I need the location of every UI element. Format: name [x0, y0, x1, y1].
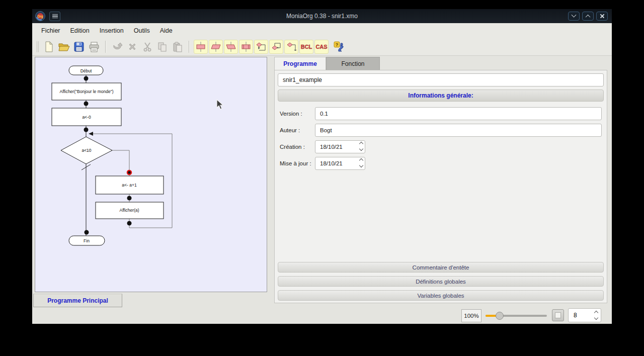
insert-input-button[interactable]: [209, 40, 223, 54]
save-file-button[interactable]: [72, 40, 86, 54]
node-condition[interactable]: a<10: [61, 137, 112, 164]
node-increment[interactable]: a<- a+1: [96, 176, 164, 194]
app-logo-icon: Org: [35, 11, 46, 22]
loop-return-arrowhead: [89, 132, 93, 136]
insert-condition-button[interactable]: [284, 40, 298, 54]
connector-dot[interactable]: [84, 76, 89, 81]
printer-icon: [89, 42, 100, 52]
node-init[interactable]: a<-0: [52, 108, 121, 126]
open-file-button[interactable]: [57, 40, 71, 54]
undo-icon: [112, 42, 123, 51]
definitions-globales-button[interactable]: Définitions globales: [278, 276, 604, 287]
insert-while-loop-button[interactable]: [254, 40, 268, 54]
connector-dot[interactable]: [84, 128, 89, 132]
svg-text:Org: Org: [37, 15, 43, 19]
process-block-icon: [195, 41, 206, 52]
mise-a-jour-label: Mise à jour :: [280, 160, 315, 166]
cas-switch-icon: CAS: [315, 42, 328, 52]
program-name-input[interactable]: [278, 73, 604, 86]
zoom-slider[interactable]: [486, 311, 547, 321]
menu-outils[interactable]: Outils: [129, 25, 155, 37]
connector-dot[interactable]: [127, 196, 132, 201]
grid-toggle-button[interactable]: [552, 309, 564, 321]
node-print-hello[interactable]: Afficher("Bonjour le monde"): [52, 83, 121, 100]
save-floppy-icon: [74, 42, 84, 52]
menubar: Fichier Edition Insertion Outils Aide: [32, 23, 612, 38]
creation-date-input[interactable]: [315, 140, 365, 153]
version-input[interactable]: [315, 107, 602, 120]
menu-edition[interactable]: Edition: [65, 25, 95, 37]
insert-cas-button[interactable]: CAS: [314, 40, 329, 54]
subroutine-block-icon: [240, 41, 252, 52]
insert-output-button[interactable]: [224, 40, 238, 54]
copy-button[interactable]: [155, 40, 170, 54]
commentaire-entete-button[interactable]: Commentaire d'entête: [278, 262, 604, 273]
menu-fichier[interactable]: Fichier: [36, 25, 65, 37]
print-button[interactable]: [87, 40, 101, 54]
paste-icon: [173, 42, 183, 52]
svg-text:Fin: Fin: [84, 238, 90, 243]
minimize-button[interactable]: [568, 12, 580, 21]
insert-bcl-button[interactable]: BCL: [299, 40, 313, 54]
creation-row: Création :: [280, 140, 604, 153]
window-title: MoniaOrg 0.38 - snir1.xmo: [32, 13, 612, 20]
while-loop-icon: [256, 41, 267, 52]
io-parallelogram-right-icon: [225, 41, 236, 52]
open-folder-icon: [58, 42, 70, 52]
svg-text:Afficher(a): Afficher(a): [119, 208, 139, 213]
connector-dot[interactable]: [127, 221, 132, 226]
node-print-a[interactable]: Afficher(a): [96, 202, 164, 219]
hamburger-menu-button[interactable]: [49, 12, 60, 21]
variables-globales-button[interactable]: Variables globales: [278, 290, 604, 301]
auteur-label: Auteur :: [280, 127, 315, 133]
menu-insertion[interactable]: Insertion: [95, 25, 129, 37]
svg-text:Début: Début: [80, 68, 92, 73]
panel-tabs: Programme Fonction: [274, 57, 380, 70]
svg-text:BCL: BCL: [301, 44, 312, 50]
spin-up-icon[interactable]: [359, 141, 363, 145]
selected-connector-dot[interactable]: [127, 170, 131, 174]
insert-subroutine-button[interactable]: [239, 40, 253, 54]
maj-row: Mise à jour :: [280, 156, 604, 170]
insert-dowhile-loop-button[interactable]: [269, 40, 283, 54]
delete-button[interactable]: [125, 40, 139, 54]
menu-aide[interactable]: Aide: [155, 25, 178, 37]
whats-this-help-button[interactable]: ?: [332, 40, 346, 54]
toolbar: BCL CAS ?: [32, 38, 612, 56]
tab-programme-principal[interactable]: Programme Principal: [33, 294, 122, 307]
svg-text:a<10: a<10: [82, 148, 91, 153]
close-button[interactable]: [596, 12, 608, 21]
connector-dot[interactable]: [84, 102, 89, 106]
spin-down-icon[interactable]: [359, 163, 363, 167]
flowchart-canvas[interactable]: Début Afficher("Bonjour le monde") a<-0 …: [35, 57, 267, 292]
version-row: Version :: [280, 107, 604, 120]
tab-programme[interactable]: Programme: [274, 57, 326, 70]
new-file-button[interactable]: [42, 40, 56, 54]
info-header-button[interactable]: Informations générale:: [278, 90, 604, 102]
spin-up-icon[interactable]: [594, 311, 598, 315]
node-start[interactable]: Début: [69, 66, 103, 75]
dowhile-loop-icon: [271, 41, 282, 52]
mise-a-jour-date-input[interactable]: [315, 157, 365, 170]
tab-fonction[interactable]: Fonction: [326, 57, 380, 70]
node-end[interactable]: Fin: [69, 236, 105, 245]
spin-down-icon[interactable]: [594, 316, 598, 320]
toolbar-grip[interactable]: [37, 41, 39, 52]
app-window: Org MoniaOrg 0.38 - snir1.xmo Fichier Ed…: [32, 9, 612, 324]
cut-button[interactable]: [140, 40, 154, 54]
slider-handle[interactable]: [496, 312, 504, 320]
paste-button[interactable]: [171, 40, 185, 54]
connector-dot[interactable]: [85, 230, 89, 235]
undo-button[interactable]: [110, 40, 124, 54]
auteur-input[interactable]: [315, 124, 602, 137]
flowchart: Début Afficher("Bonjour le monde") a<-0 …: [35, 57, 267, 292]
help-icon: ?: [333, 41, 345, 53]
insert-process-button[interactable]: [194, 40, 208, 54]
spin-up-icon[interactable]: [359, 158, 363, 162]
copy-icon: [157, 42, 168, 52]
spin-down-icon[interactable]: [359, 146, 363, 150]
scissors-icon: [142, 42, 152, 52]
maximize-button[interactable]: [582, 12, 594, 21]
mise-a-jour-spinbox: [315, 157, 365, 170]
version-label: Version :: [280, 111, 315, 117]
